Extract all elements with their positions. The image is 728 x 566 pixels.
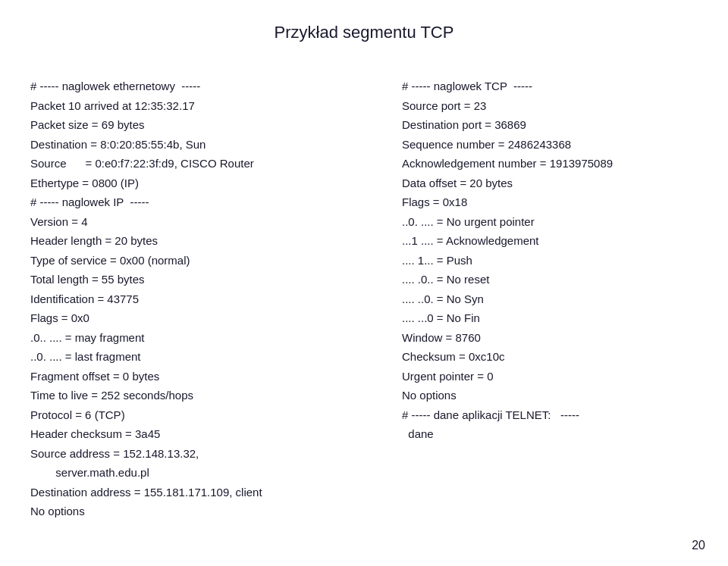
text-line: Protocol = 6 (TCP) xyxy=(30,405,379,425)
text-line: .0.. .... = may fragment xyxy=(30,328,379,348)
text-line: Packet size = 69 bytes xyxy=(30,115,379,135)
text-line: Packet 10 arrived at 12:35:32.17 xyxy=(30,96,379,116)
slide: Przykład segmentu TCP # ----- naglowek e… xyxy=(0,0,728,566)
page-number: 20 xyxy=(692,539,705,552)
text-line: No options xyxy=(402,386,698,405)
text-line: Checksum = 0xc10c xyxy=(402,347,698,367)
text-line: Source port = 23 xyxy=(402,96,698,116)
text-line: Flags = 0x0 xyxy=(30,308,379,328)
text-line: .... .0.. = No reset xyxy=(402,270,698,289)
text-line: dane xyxy=(402,424,698,444)
content-area: # ----- naglowek ethernetowy -----Packet… xyxy=(30,77,698,521)
text-line: Ethertype = 0800 (IP) xyxy=(30,174,379,193)
text-line: Sequence number = 2486243368 xyxy=(402,135,698,155)
text-line: Header length = 20 bytes xyxy=(30,231,379,251)
text-line: Destination = 8:0:20:85:55:4b, Sun xyxy=(30,135,379,155)
text-line: Data offset = 20 bytes xyxy=(402,174,698,193)
text-line: Type of service = 0x00 (normal) xyxy=(30,251,379,270)
text-line: Time to live = 252 seconds/hops xyxy=(30,386,379,405)
text-line: .... ...0 = No Fin xyxy=(402,308,698,328)
text-line: # ----- naglowek IP ----- xyxy=(30,192,379,212)
text-line: # ----- naglowek ethernetowy ----- xyxy=(30,77,379,96)
text-line: Header checksum = 3a45 xyxy=(30,424,379,444)
text-line: Source address = 152.148.13.32, xyxy=(30,444,379,464)
text-line: server.math.edu.pl xyxy=(30,463,379,483)
text-line: ..0. .... = No urgent pointer xyxy=(402,212,698,232)
text-line: Destination port = 36869 xyxy=(402,115,698,135)
text-line: ...1 .... = Acknowledgement xyxy=(402,231,698,251)
text-line: Window = 8760 xyxy=(402,328,698,348)
text-line: Urgent pointer = 0 xyxy=(402,367,698,386)
text-line: Destination address = 155.181.171.109, c… xyxy=(30,483,379,502)
text-line: Acknowledgement number = 1913975089 xyxy=(402,154,698,174)
text-line: Fragment offset = 0 bytes xyxy=(30,367,379,386)
text-line: Total length = 55 bytes xyxy=(30,270,379,289)
text-line: Version = 4 xyxy=(30,212,379,232)
text-line: # ----- naglowek TCP ----- xyxy=(402,77,698,96)
text-line: ..0. .... = last fragment xyxy=(30,347,379,367)
right-column: # ----- naglowek TCP -----Source port = … xyxy=(394,77,698,444)
text-line: No options xyxy=(30,502,379,521)
text-line: Source = 0:e0:f7:22:3f:d9, CISCO Router xyxy=(30,154,379,174)
left-column: # ----- naglowek ethernetowy -----Packet… xyxy=(30,77,379,521)
text-line: .... 1... = Push xyxy=(402,251,698,270)
text-line: .... ..0. = No Syn xyxy=(402,289,698,309)
slide-title: Przykład segmentu TCP xyxy=(30,23,698,50)
text-line: Identification = 43775 xyxy=(30,289,379,309)
text-line: Flags = 0x18 xyxy=(402,192,698,212)
text-line: # ----- dane aplikacji TELNET: ----- xyxy=(402,405,698,425)
